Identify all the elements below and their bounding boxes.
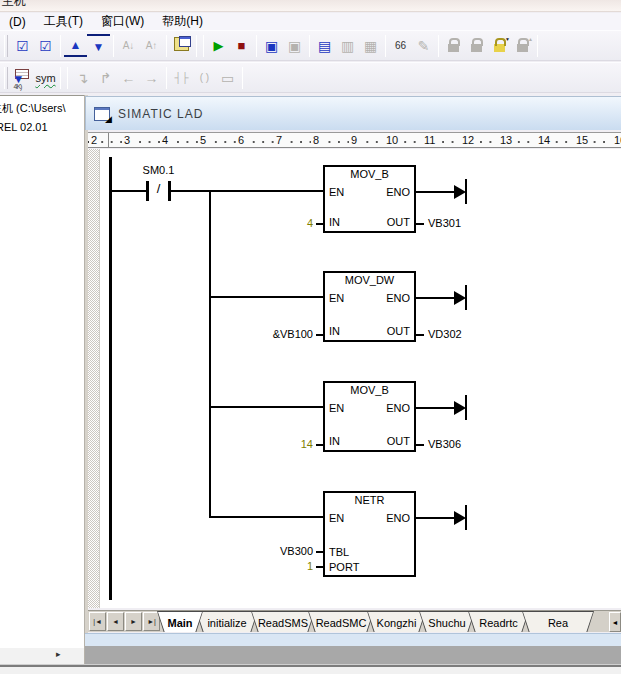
compile-all-icon[interactable]: ☑ <box>34 34 57 57</box>
ruler-mark: 15 <box>574 134 590 146</box>
operand-in-value[interactable]: 14 <box>243 438 313 450</box>
sort-descending-icon[interactable]: A↑ <box>140 34 163 57</box>
pin-en: EN <box>329 402 344 414</box>
menu-item-window[interactable]: 窗口(W) <box>92 13 153 30</box>
block-title: NETR <box>325 494 414 506</box>
window-titlebar: 主机 <box>0 0 621 12</box>
tab-readsms[interactable]: ReadSMS <box>251 611 315 632</box>
tab-first-button[interactable]: |◄ <box>89 612 106 631</box>
tab-next-button[interactable]: ► <box>125 612 142 631</box>
ruler-mark: 12 <box>460 134 476 146</box>
trend-view-icon[interactable]: ▦ <box>359 34 382 57</box>
write-values-pen-icon[interactable]: ✎ <box>412 34 435 57</box>
status-table-icon[interactable]: ▥ <box>336 34 359 57</box>
page-options-icon[interactable] <box>170 34 193 57</box>
insert-up-icon[interactable]: ↱ <box>94 66 117 89</box>
ruler-mark: 5 <box>198 134 208 146</box>
window-title: 主机 <box>2 0 26 10</box>
operand-out-value[interactable]: VD302 <box>428 328 462 340</box>
unlock-disabled-icon[interactable] <box>465 34 488 57</box>
program-status-icon[interactable]: ▣ <box>260 34 283 57</box>
unlock-menu-icon[interactable]: ▼ <box>488 34 511 57</box>
ruler-mark: 7 <box>274 134 284 146</box>
ruler-mark: 10 <box>384 134 400 146</box>
pin-eno: ENO <box>386 292 410 304</box>
tab-initialize[interactable]: initialize <box>196 611 258 632</box>
operand-in-value[interactable]: &VB100 <box>243 328 313 340</box>
insert-down-icon[interactable]: ↴ <box>71 66 94 89</box>
pin-in: IN <box>329 216 340 228</box>
scroll-right-arrow-icon[interactable]: ▸ <box>56 649 61 659</box>
cpu-release-label[interactable]: REL 02.01 <box>0 121 48 133</box>
power-rail <box>109 157 112 600</box>
block-title: MOV_B <box>325 384 414 396</box>
operand-out-value[interactable]: VB306 <box>428 438 461 450</box>
lad-editor-canvas[interactable]: SM0.1 / MOV_B EN ENO IN OUT 4 VB301 MOV_… <box>88 149 621 608</box>
toolbar-grabber[interactable] <box>4 35 8 57</box>
instruction-block-netr[interactable]: NETR EN ENO TBL PORT <box>323 491 416 577</box>
instruction-block-mov-b-2[interactable]: MOV_B EN ENO IN OUT <box>323 381 416 452</box>
operand-in-value[interactable]: 4 <box>243 217 313 229</box>
left-panel-hscroll[interactable]: ▸ <box>0 648 84 664</box>
wire <box>209 406 323 408</box>
insert-box-icon[interactable]: ▭ <box>216 66 239 89</box>
tab-readrtc[interactable]: Readrtc <box>468 611 529 632</box>
insert-contact-icon[interactable]: ┤├ <box>170 66 193 89</box>
stop-icon[interactable]: ■ <box>230 34 253 57</box>
wire <box>111 190 147 192</box>
pause-program-status-icon[interactable]: ▣ <box>283 34 306 57</box>
compile-icon[interactable]: ☑ <box>11 34 34 57</box>
bookmark-address-icon[interactable]: ▼ 4K) <box>11 66 34 89</box>
menu-item-help[interactable]: 帮助(H) <box>153 13 212 30</box>
upload-icon[interactable]: ▲ <box>64 34 87 57</box>
block-title: MOV_DW <box>325 274 414 286</box>
operand-port-value[interactable]: 1 <box>243 560 313 572</box>
menu-item-debug[interactable]: (D) <box>0 15 35 29</box>
insert-right-icon[interactable]: → <box>140 66 163 89</box>
lock-disabled-icon[interactable] <box>442 34 465 57</box>
toolbar-grabber[interactable] <box>4 67 8 89</box>
tab-kongzhi[interactable]: Kongzhi <box>367 611 426 632</box>
instruction-block-mov-b-1[interactable]: MOV_B EN ENO IN OUT <box>323 165 416 233</box>
lock-up-icon[interactable]: ▲ <box>511 34 534 57</box>
pin-eno: ENO <box>386 512 410 524</box>
insert-coil-icon[interactable]: ( ) <box>193 66 216 89</box>
rung-continuation-arrow <box>416 503 474 531</box>
menu-bar: (D) 工具(T) 窗口(W) 帮助(H) <box>0 13 621 30</box>
wire <box>171 190 323 192</box>
menu-item-tools[interactable]: 工具(T) <box>35 13 92 30</box>
symbolic-addressing-icon[interactable]: sym <box>34 66 57 89</box>
tab-prev-button[interactable]: ◄ <box>107 612 124 631</box>
pin-eno: ENO <box>386 186 410 198</box>
tab-readsmc[interactable]: ReadSMC <box>308 611 374 632</box>
contact-operand[interactable]: SM0.1 <box>126 164 191 176</box>
run-icon[interactable]: ▶ <box>207 34 230 57</box>
insert-left-icon[interactable]: ← <box>117 66 140 89</box>
pin-out: OUT <box>387 435 410 447</box>
tab-last-button[interactable]: ►| <box>143 612 160 631</box>
edit-toolbar: ▼ 4K) sym ↴ ↱ ← → ┤├ ( ) ▭ <box>0 62 621 93</box>
pin-tick <box>316 444 323 446</box>
pin-tick <box>416 223 424 225</box>
status-monitor-glasses-icon[interactable]: 66 <box>389 34 412 57</box>
project-tree-panel[interactable]: 主机 (C:\Users\ REL 02.01 <box>0 95 84 648</box>
mdi-background <box>85 646 621 664</box>
ruler-divider <box>108 133 109 148</box>
sort-ascending-icon[interactable]: A↓ <box>117 34 140 57</box>
ruler-mark: 4 <box>160 134 170 146</box>
project-path-label[interactable]: 主机 (C:\Users\ <box>0 101 66 116</box>
chart-status-icon[interactable]: ▤ <box>313 34 336 57</box>
pin-tick <box>416 444 424 446</box>
rung-continuation-arrow <box>416 177 474 205</box>
tab-rea[interactable]: Rea <box>522 611 594 632</box>
operand-tbl-value[interactable]: VB300 <box>243 545 313 557</box>
tab-scroll-left-button[interactable]: ◄ <box>609 612 621 632</box>
tab-main[interactable]: Main <box>157 611 203 632</box>
instruction-block-mov-dw[interactable]: MOV_DW EN ENO IN OUT <box>323 271 416 342</box>
operand-out-value[interactable]: VB301 <box>428 217 461 229</box>
pin-tbl: TBL <box>329 546 349 558</box>
tab-shuchu[interactable]: Shuchu <box>419 611 475 632</box>
ruler-mark: 9 <box>349 134 359 146</box>
pin-out: OUT <box>387 216 410 228</box>
download-icon[interactable]: ▼ <box>87 34 110 57</box>
